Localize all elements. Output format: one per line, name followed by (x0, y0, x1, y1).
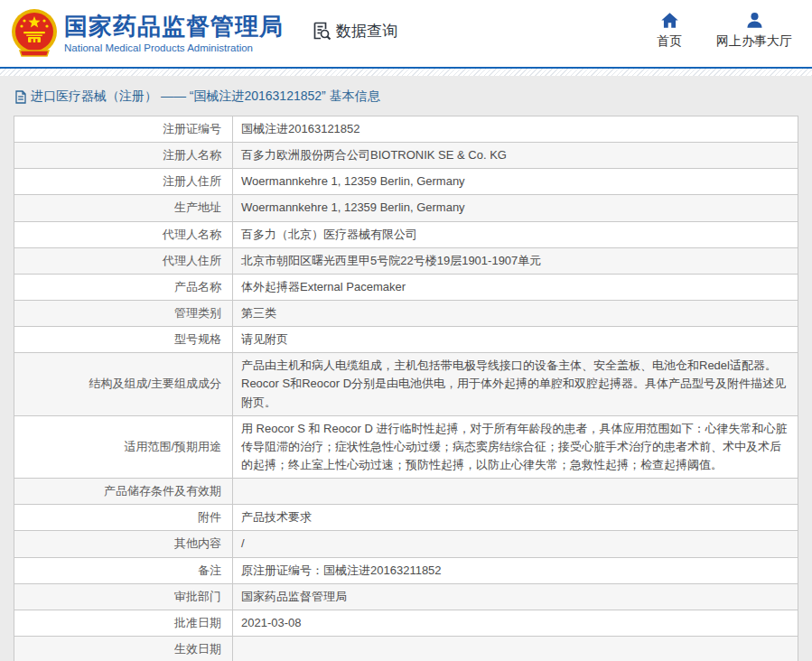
field-label: 其他内容 (14, 531, 233, 557)
table-row: 代理人住所 北京市朝阳区曙光西里甲5号院22号楼19层1901-1907单元 (14, 247, 798, 274)
field-label: 附件 (14, 505, 233, 531)
national-emblem-icon (11, 8, 58, 59)
nav-data-query-label: 数据查询 (336, 21, 397, 42)
field-value: 百多力（北京）医疗器械有限公司 (233, 221, 798, 247)
field-value: 用 Reocor S 和 Reocor D 进行临时性起搏，对于所有年龄段的患者… (233, 415, 798, 478)
breadcrumb: 进口医疗器械（注册） —— “国械注进20163121852” 基本信息 (0, 76, 812, 114)
breadcrumb-text: 进口医疗器械（注册） —— “国械注进20163121852” 基本信息 (31, 88, 380, 105)
field-value: 请见附页 (233, 327, 798, 353)
table-row: 注册人名称 百多力欧洲股份两合公司BIOTRONIK SE & Co. KG (14, 143, 798, 169)
table-row: 产品名称 体外起搏器External Pacemaker (14, 274, 798, 300)
field-value: 第三类 (233, 300, 798, 326)
nav-data-query[interactable]: 数据查询 (311, 20, 397, 42)
table-row: 注册证编号 国械注进20163121852 (14, 116, 798, 143)
table-row: 其他内容 / (14, 531, 798, 557)
field-value: 原注册证编号：国械注进20163211852 (233, 557, 798, 583)
table-row: 代理人名称 百多力（北京）医疗器械有限公司 (14, 221, 798, 247)
registration-info-table: 注册证编号 国械注进20163121852 注册人名称 百多力欧洲股份两合公司B… (14, 116, 798, 661)
field-label: 注册证编号 (14, 116, 233, 143)
data-query-icon (311, 20, 332, 42)
main-content: 进口医疗器械（注册） —— “国械注进20163121852” 基本信息 注册证… (0, 76, 812, 661)
field-label: 代理人名称 (14, 221, 233, 247)
table-row: 附件 产品技术要求 (14, 505, 798, 531)
field-label: 产品储存条件及有效期 (14, 479, 233, 505)
field-value: 国械注进20163121852 (233, 116, 798, 143)
org-name-zh: 国家药品监督管理局 (64, 14, 284, 41)
header-nav: 首页 网上办事大厅 (657, 11, 792, 50)
field-label: 结构及组成/主要组成成分 (14, 353, 233, 415)
table-row: 管理类别 第三类 (14, 300, 798, 326)
field-label: 适用范围/预期用途 (14, 415, 233, 478)
field-value (233, 479, 798, 505)
field-value: 体外起搏器External Pacemaker (233, 274, 798, 300)
nav-home-label: 首页 (657, 33, 682, 50)
table-row: 产品储存条件及有效期 (14, 479, 798, 505)
page-header: 国家药品监督管理局 National Medical Products Admi… (0, 0, 812, 67)
nav-service-hall-label: 网上办事大厅 (716, 33, 792, 50)
brand-text: 国家药品监督管理局 National Medical Products Admi… (64, 14, 284, 53)
field-value: Woermannkehre 1, 12359 Berlin, Germany (233, 195, 798, 221)
table-row: 备注 原注册证编号：国械注进20163211852 (14, 557, 798, 583)
field-value: / (233, 531, 798, 557)
table-row: 批准日期 2021-03-08 (14, 610, 798, 636)
field-label: 代理人住所 (14, 247, 233, 274)
table-row: 适用范围/预期用途 用 Reocor S 和 Reocor D 进行临时性起搏，… (14, 415, 798, 478)
field-label: 生产地址 (14, 195, 233, 221)
table-row: 生产地址 Woermannkehre 1, 12359 Berlin, Germ… (14, 195, 798, 221)
field-label: 审批部门 (14, 583, 233, 610)
field-value: Woermannkehre 1, 12359 Berlin, Germany (233, 169, 798, 195)
home-icon (660, 11, 679, 30)
table-row: 结构及组成/主要组成成分 产品由主机和病人电缆组成，主机包括带电极导线接口的设备… (14, 353, 798, 415)
header-hatch-strip (0, 69, 812, 76)
field-label: 批准日期 (14, 610, 233, 636)
document-icon (14, 90, 27, 104)
field-label: 型号规格 (14, 327, 233, 353)
user-icon (745, 11, 764, 30)
table-row: 型号规格 请见附页 (14, 327, 798, 353)
nav-service-hall[interactable]: 网上办事大厅 (716, 11, 792, 50)
field-value: 产品由主机和病人电缆组成，主机包括带电极导线接口的设备主体、安全盖板、电池仓和R… (233, 353, 798, 415)
field-value: 产品技术要求 (233, 505, 798, 531)
field-label: 备注 (14, 557, 233, 583)
field-label: 管理类别 (14, 300, 233, 326)
nav-home[interactable]: 首页 (657, 11, 682, 50)
field-label: 产品名称 (14, 274, 233, 300)
table-row: 生效日期 (14, 636, 798, 661)
field-value: 百多力欧洲股份两合公司BIOTRONIK SE & Co. KG (233, 143, 798, 169)
field-value: 国家药品监督管理局 (233, 583, 798, 610)
table-row: 注册人住所 Woermannkehre 1, 12359 Berlin, Ger… (14, 169, 798, 195)
header-brand[interactable]: 国家药品监督管理局 National Medical Products Admi… (11, 8, 284, 59)
field-value (233, 636, 798, 661)
field-label: 生效日期 (14, 636, 233, 661)
org-name-en: National Medical Products Administration (64, 42, 284, 53)
field-label: 注册人住所 (14, 169, 233, 195)
field-value: 北京市朝阳区曙光西里甲5号院22号楼19层1901-1907单元 (233, 247, 798, 274)
field-value: 2021-03-08 (233, 610, 798, 636)
table-row: 审批部门 国家药品监督管理局 (14, 583, 798, 610)
field-label: 注册人名称 (14, 143, 233, 169)
